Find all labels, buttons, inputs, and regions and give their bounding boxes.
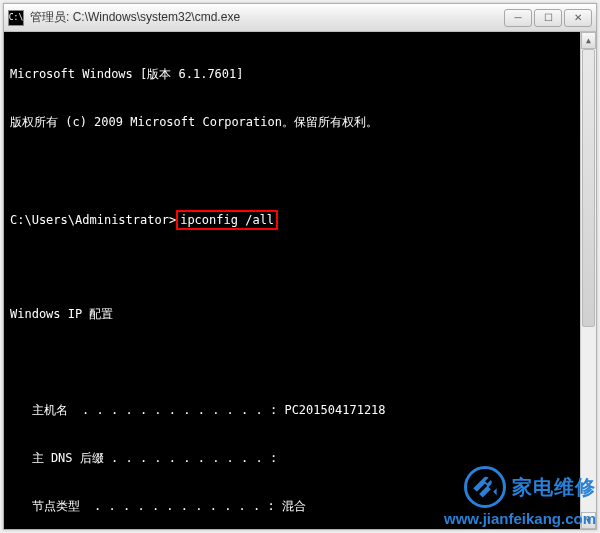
- dns-suffix-row: 主 DNS 后缀 . . . . . . . . . . . :: [10, 450, 578, 466]
- cmd-window: C:\ 管理员: C:\Windows\system32\cmd.exe ─ ☐…: [3, 3, 597, 530]
- prompt-line: C:\Users\Administrator>ipconfig /all: [10, 210, 578, 226]
- scroll-up-button[interactable]: ▲: [581, 32, 596, 49]
- scroll-thumb[interactable]: [582, 49, 595, 327]
- maximize-button[interactable]: ☐: [534, 9, 562, 27]
- terminal-area[interactable]: Microsoft Windows [版本 6.1.7601] 版权所有 (c)…: [4, 32, 596, 529]
- copyright-line: 版权所有 (c) 2009 Microsoft Corporation。保留所有…: [10, 114, 578, 130]
- window-controls: ─ ☐ ✕: [504, 9, 592, 27]
- minimize-button[interactable]: ─: [504, 9, 532, 27]
- watermark-url: www.jianfeikang.com: [444, 510, 596, 527]
- titlebar[interactable]: C:\ 管理员: C:\Windows\system32\cmd.exe ─ ☐…: [4, 4, 596, 32]
- terminal-content: Microsoft Windows [版本 6.1.7601] 版权所有 (c)…: [10, 34, 578, 529]
- watermark: 家电维修 www.jianfeikang.com: [444, 466, 596, 527]
- cmd-icon: C:\: [8, 10, 24, 26]
- hostname-row: 主机名 . . . . . . . . . . . . . : PC201504…: [10, 402, 578, 418]
- close-button[interactable]: ✕: [564, 9, 592, 27]
- wrench-screwdriver-icon: [464, 466, 506, 508]
- scroll-track[interactable]: [581, 49, 596, 512]
- window-title: 管理员: C:\Windows\system32\cmd.exe: [30, 9, 504, 26]
- vertical-scrollbar[interactable]: ▲ ▼: [580, 32, 596, 529]
- watermark-brand: 家电维修: [512, 474, 596, 501]
- os-version-line: Microsoft Windows [版本 6.1.7601]: [10, 66, 578, 82]
- command-highlight: ipconfig /all: [176, 210, 278, 230]
- section-heading: Windows IP 配置: [10, 306, 578, 322]
